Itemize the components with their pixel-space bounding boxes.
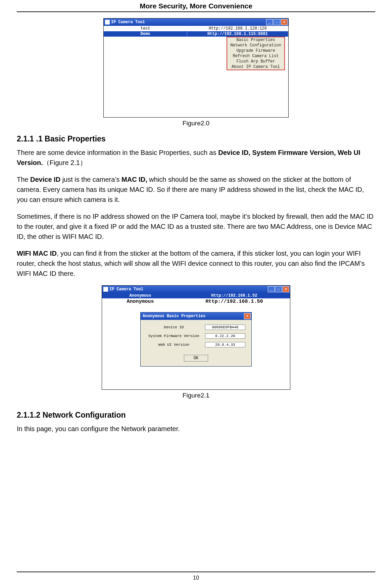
menu-item-network-configuration[interactable]: Network Configuration <box>227 43 284 48</box>
body-text: There are some device information in the… <box>17 148 375 279</box>
field-value-webui: 20.8.4.33 <box>205 342 245 347</box>
text: , you can find it from the sticker at th… <box>17 250 365 277</box>
close-button[interactable]: × <box>283 286 289 292</box>
menu-item-refresh-camera-list[interactable]: Refresh Camera List <box>227 53 284 59</box>
minimize-button[interactable]: _ <box>266 19 273 25</box>
field-label-firmware: System Firmware Version <box>145 334 202 338</box>
maximize-button[interactable]: □ <box>275 286 282 292</box>
window-title: IP Camera Tool <box>109 287 143 292</box>
field-label-webui: Web UI Version <box>145 343 202 347</box>
dialog-titlebar: Anonymous Basic Properties × <box>141 312 251 320</box>
window-title: IP Camera Tool <box>111 20 145 25</box>
text: The <box>17 176 30 183</box>
dialog-close-button[interactable]: × <box>244 313 251 319</box>
figure-2-1: IP Camera Tool _ □ × Anonymous Http://19… <box>17 285 375 399</box>
field-label-device-id: Device ID <box>145 325 202 329</box>
basic-properties-dialog: Anonymous Basic Properties × Device ID 0… <box>140 312 252 367</box>
text: There are some device information in the… <box>17 149 218 156</box>
menu-item-about[interactable]: About IP Camera Tool <box>227 64 284 70</box>
minimize-button[interactable]: _ <box>268 286 275 292</box>
header-rule <box>17 11 375 12</box>
camera-url: Http://192.168.1.50 <box>179 298 290 305</box>
camera-name: Anonymous <box>102 298 179 305</box>
camera-name: Demo <box>104 31 187 37</box>
footer-rule <box>17 572 375 572</box>
field-value-device-id: 00606E8FBA46 <box>205 325 245 330</box>
app-icon <box>103 287 108 292</box>
camera-url: Http://192.168.1.115:8081 <box>187 31 288 37</box>
heading-basic-properties: 2.1.1 .1 Basic Properties <box>17 134 375 143</box>
page-number: 10 <box>0 575 392 581</box>
text: just is the camera’s <box>60 176 121 183</box>
camera-row-selected[interactable]: Demo Http://192.168.1.115:8081 <box>104 31 288 37</box>
figure-2-0-caption: Figure2.0 <box>17 120 375 127</box>
text: In this page, you can configure the Netw… <box>17 424 375 434</box>
heading-network-configuration: 2.1.1.2 Network Configuration <box>17 411 375 420</box>
window-titlebar: IP Camera Tool _ □ × <box>102 286 290 293</box>
menu-item-basic-properties[interactable]: Basic Properties <box>227 37 284 43</box>
page: More Security, More Convenience IP Camer… <box>0 0 392 587</box>
text: Sometimes, if there is no IP address sho… <box>17 211 375 242</box>
page-header: More Security, More Convenience <box>17 0 375 10</box>
dialog-title: Anonymous Basic Properties <box>143 314 205 319</box>
camera-row[interactable]: test Http://192.168.1.128:128 <box>104 26 288 31</box>
context-menu: Basic Properties Network Configuration U… <box>227 37 285 70</box>
text-bold: MAC ID, <box>121 176 147 183</box>
figure-2-0: IP Camera Tool _ □ × test Http://192.168… <box>17 18 375 127</box>
camera-row-selected[interactable]: Anonymous Http://192.168.1.52 <box>102 293 290 298</box>
close-button[interactable]: × <box>281 19 288 25</box>
text-bold: WIFI MAC ID <box>17 250 57 257</box>
menu-item-upgrade-firmware[interactable]: Upgrade Firmware <box>227 48 284 53</box>
camera-url: Http://192.168.1.52 <box>179 293 290 298</box>
menu-item-flush-arp-buffer[interactable]: Flush Arp Buffer <box>227 59 284 64</box>
window-titlebar: IP Camera Tool _ □ × <box>104 18 288 26</box>
camera-name: Anonymous <box>102 293 179 298</box>
body-text: In this page, you can configure the Netw… <box>17 424 375 434</box>
field-value-firmware: 0.22.2.20 <box>205 333 245 339</box>
camera-row[interactable]: Anonymous Http://192.168.1.50 <box>102 298 290 305</box>
ipcam-tool-window-2: IP Camera Tool _ □ × Anonymous Http://19… <box>102 285 290 390</box>
camera-url: Http://192.168.1.128:128 <box>187 26 288 31</box>
maximize-button[interactable]: □ <box>274 19 280 25</box>
ok-button[interactable]: OK <box>184 355 208 362</box>
camera-name: test <box>104 26 187 31</box>
app-icon <box>105 20 110 25</box>
text-bold: Device ID <box>30 176 60 183</box>
text: （Figure 2.1） <box>43 159 87 166</box>
figure-2-1-caption: Figure2.1 <box>17 392 375 399</box>
ipcam-tool-window: IP Camera Tool _ □ × test Http://192.168… <box>103 18 289 118</box>
